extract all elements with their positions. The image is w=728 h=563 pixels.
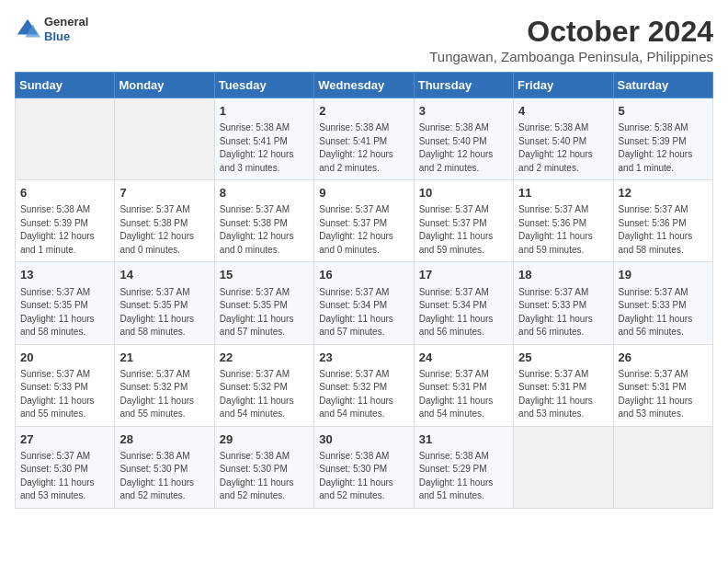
weekday-header-sunday: Sunday: [16, 73, 115, 98]
logo-general-text: General: [44, 15, 88, 29]
calendar-week-4: 20Sunrise: 5:37 AM Sunset: 5:33 PM Dayli…: [16, 344, 713, 426]
day-number: 15: [220, 267, 309, 283]
day-info: Sunrise: 5:37 AM Sunset: 5:33 PM Dayligh…: [619, 286, 708, 339]
location-title: Tungawan, Zamboanga Peninsula, Philippin…: [429, 49, 713, 64]
calendar-cell: 22Sunrise: 5:37 AM Sunset: 5:32 PM Dayli…: [214, 344, 313, 426]
calendar-cell: 21Sunrise: 5:37 AM Sunset: 5:32 PM Dayli…: [115, 344, 214, 426]
logo-icon: [15, 17, 40, 42]
title-area: October 2024 Tungawan, Zamboanga Peninsu…: [429, 15, 713, 64]
day-number: 10: [419, 185, 508, 201]
day-info: Sunrise: 5:37 AM Sunset: 5:30 PM Dayligh…: [20, 450, 109, 503]
day-number: 30: [319, 431, 408, 448]
day-number: 2: [319, 103, 408, 120]
day-info: Sunrise: 5:37 AM Sunset: 5:34 PM Dayligh…: [419, 286, 508, 339]
day-number: 19: [619, 267, 708, 283]
day-info: Sunrise: 5:37 AM Sunset: 5:31 PM Dayligh…: [419, 368, 508, 421]
calendar-week-5: 27Sunrise: 5:37 AM Sunset: 5:30 PM Dayli…: [16, 426, 713, 508]
day-number: 18: [518, 267, 608, 283]
day-info: Sunrise: 5:37 AM Sunset: 5:33 PM Dayligh…: [20, 368, 109, 421]
day-info: Sunrise: 5:37 AM Sunset: 5:33 PM Dayligh…: [518, 286, 608, 339]
weekday-header-monday: Monday: [115, 73, 214, 98]
day-number: 17: [419, 267, 508, 283]
day-number: 20: [20, 350, 109, 366]
day-info: Sunrise: 5:38 AM Sunset: 5:30 PM Dayligh…: [119, 450, 209, 503]
day-number: 11: [518, 185, 608, 201]
day-number: 3: [419, 103, 508, 120]
calendar-cell: [514, 426, 613, 508]
day-info: Sunrise: 5:37 AM Sunset: 5:32 PM Dayligh…: [220, 368, 309, 421]
calendar-cell: 31Sunrise: 5:38 AM Sunset: 5:29 PM Dayli…: [414, 426, 513, 508]
calendar-cell: 23Sunrise: 5:37 AM Sunset: 5:32 PM Dayli…: [314, 344, 414, 426]
day-info: Sunrise: 5:37 AM Sunset: 5:38 PM Dayligh…: [220, 203, 309, 257]
calendar-cell: 24Sunrise: 5:37 AM Sunset: 5:31 PM Dayli…: [414, 344, 513, 426]
day-number: 7: [119, 185, 209, 201]
day-info: Sunrise: 5:38 AM Sunset: 5:29 PM Dayligh…: [419, 450, 508, 503]
day-number: 27: [20, 431, 109, 448]
day-info: Sunrise: 5:37 AM Sunset: 5:35 PM Dayligh…: [20, 286, 109, 339]
calendar-cell: 3Sunrise: 5:38 AM Sunset: 5:40 PM Daylig…: [414, 98, 513, 180]
day-info: Sunrise: 5:38 AM Sunset: 5:41 PM Dayligh…: [220, 121, 309, 175]
calendar-cell: 18Sunrise: 5:37 AM Sunset: 5:33 PM Dayli…: [514, 262, 613, 344]
day-info: Sunrise: 5:37 AM Sunset: 5:37 PM Dayligh…: [419, 203, 508, 257]
day-info: Sunrise: 5:37 AM Sunset: 5:34 PM Dayligh…: [319, 286, 408, 339]
day-number: 28: [119, 431, 209, 448]
day-number: 29: [220, 431, 309, 448]
day-info: Sunrise: 5:37 AM Sunset: 5:37 PM Dayligh…: [319, 203, 408, 257]
day-info: Sunrise: 5:37 AM Sunset: 5:35 PM Dayligh…: [220, 286, 309, 339]
day-number: 12: [619, 185, 708, 201]
day-number: 16: [319, 267, 408, 283]
day-number: 31: [419, 431, 508, 448]
day-number: 21: [119, 350, 209, 366]
weekday-header-thursday: Thursday: [414, 73, 513, 98]
day-info: Sunrise: 5:38 AM Sunset: 5:30 PM Dayligh…: [319, 450, 408, 503]
calendar-cell: 29Sunrise: 5:38 AM Sunset: 5:30 PM Dayli…: [214, 426, 313, 508]
day-info: Sunrise: 5:38 AM Sunset: 5:40 PM Dayligh…: [518, 121, 608, 175]
logo-blue-text: Blue: [44, 29, 88, 44]
logo: General Blue: [15, 15, 88, 43]
calendar-cell: 11Sunrise: 5:37 AM Sunset: 5:36 PM Dayli…: [514, 180, 613, 262]
calendar-cell: [16, 98, 115, 180]
month-title: October 2024: [429, 15, 713, 49]
day-info: Sunrise: 5:38 AM Sunset: 5:39 PM Dayligh…: [619, 121, 708, 175]
weekday-header-tuesday: Tuesday: [214, 73, 313, 98]
calendar-cell: 30Sunrise: 5:38 AM Sunset: 5:30 PM Dayli…: [314, 426, 414, 508]
day-number: 23: [319, 350, 408, 366]
day-number: 24: [419, 350, 508, 366]
day-number: 8: [220, 185, 309, 201]
day-info: Sunrise: 5:38 AM Sunset: 5:41 PM Dayligh…: [319, 121, 408, 175]
day-info: Sunrise: 5:38 AM Sunset: 5:40 PM Dayligh…: [419, 121, 508, 175]
calendar-cell: 6Sunrise: 5:38 AM Sunset: 5:39 PM Daylig…: [16, 180, 115, 262]
calendar-cell: 12Sunrise: 5:37 AM Sunset: 5:36 PM Dayli…: [613, 180, 712, 262]
day-number: 14: [119, 267, 209, 283]
calendar-cell: 4Sunrise: 5:38 AM Sunset: 5:40 PM Daylig…: [514, 98, 613, 180]
calendar-cell: [115, 98, 214, 180]
day-info: Sunrise: 5:37 AM Sunset: 5:35 PM Dayligh…: [119, 286, 209, 339]
day-info: Sunrise: 5:37 AM Sunset: 5:32 PM Dayligh…: [119, 368, 209, 421]
calendar-week-1: 1Sunrise: 5:38 AM Sunset: 5:41 PM Daylig…: [16, 98, 713, 180]
calendar-cell: 8Sunrise: 5:37 AM Sunset: 5:38 PM Daylig…: [214, 180, 313, 262]
day-number: 22: [220, 350, 309, 366]
day-info: Sunrise: 5:37 AM Sunset: 5:36 PM Dayligh…: [518, 203, 608, 257]
calendar-cell: 1Sunrise: 5:38 AM Sunset: 5:41 PM Daylig…: [214, 98, 313, 180]
day-info: Sunrise: 5:37 AM Sunset: 5:31 PM Dayligh…: [518, 368, 608, 421]
day-info: Sunrise: 5:37 AM Sunset: 5:32 PM Dayligh…: [319, 368, 408, 421]
day-number: 1: [220, 103, 309, 120]
day-number: 25: [518, 350, 608, 366]
weekday-header-saturday: Saturday: [613, 73, 712, 98]
calendar-cell: 28Sunrise: 5:38 AM Sunset: 5:30 PM Dayli…: [115, 426, 214, 508]
day-info: Sunrise: 5:38 AM Sunset: 5:39 PM Dayligh…: [20, 203, 109, 257]
calendar-cell: 14Sunrise: 5:37 AM Sunset: 5:35 PM Dayli…: [115, 262, 214, 344]
day-number: 6: [20, 185, 109, 201]
day-info: Sunrise: 5:38 AM Sunset: 5:30 PM Dayligh…: [220, 450, 309, 503]
weekday-header-friday: Friday: [514, 73, 613, 98]
calendar-cell: 10Sunrise: 5:37 AM Sunset: 5:37 PM Dayli…: [414, 180, 513, 262]
logo-text: General Blue: [44, 15, 88, 43]
day-number: 5: [619, 103, 708, 120]
calendar-week-2: 6Sunrise: 5:38 AM Sunset: 5:39 PM Daylig…: [16, 180, 713, 262]
weekday-header-wednesday: Wednesday: [314, 73, 414, 98]
calendar-cell: 17Sunrise: 5:37 AM Sunset: 5:34 PM Dayli…: [414, 262, 513, 344]
calendar-cell: 13Sunrise: 5:37 AM Sunset: 5:35 PM Dayli…: [16, 262, 115, 344]
header: General Blue October 2024 Tungawan, Zamb…: [15, 15, 713, 64]
calendar-table: SundayMondayTuesdayWednesdayThursdayFrid…: [15, 72, 713, 509]
calendar-cell: 26Sunrise: 5:37 AM Sunset: 5:31 PM Dayli…: [613, 344, 712, 426]
